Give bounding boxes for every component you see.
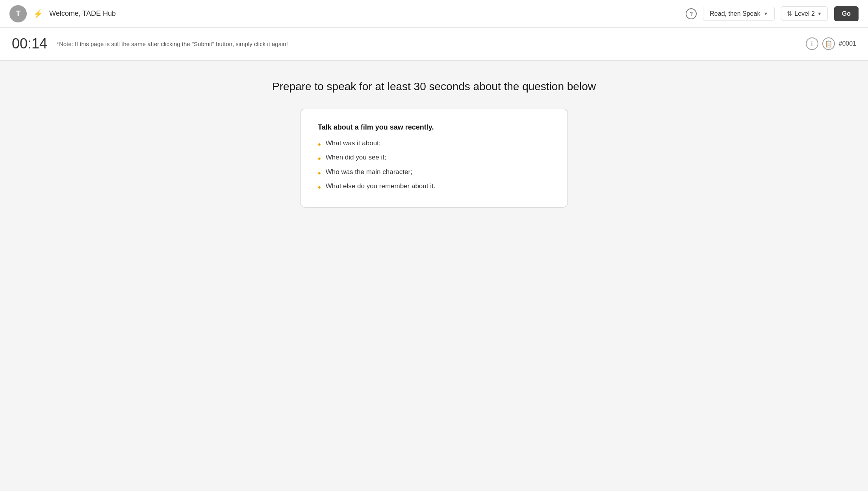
note-text: *Note: If this page is still the same af… bbox=[57, 41, 796, 47]
main-content: Prepare to speak for at least 30 seconds… bbox=[0, 61, 868, 491]
level-label: Level 2 bbox=[794, 10, 815, 17]
chevron-down-icon: ▼ bbox=[817, 11, 822, 17]
mode-label: Read, then Speak bbox=[710, 10, 760, 17]
instruction-text: Prepare to speak for at least 30 seconds… bbox=[272, 80, 596, 93]
welcome-text: Welcome, TADE Hub bbox=[49, 9, 116, 18]
bullet-list: • What was it about; • When did you see … bbox=[318, 139, 550, 193]
bullet-dot-icon: • bbox=[318, 154, 321, 164]
info-icons-group: i 📋 #0001 bbox=[806, 37, 857, 50]
app-header: T ⚡ Welcome, TADE Hub ? Read, then Speak… bbox=[0, 0, 868, 28]
bolt-icon: ⚡ bbox=[33, 9, 43, 19]
bottom-bar: Retry Record Submit bbox=[0, 491, 868, 493]
list-item: • Who was the main character; bbox=[318, 168, 550, 178]
sub-header: 00:14 *Note: If this page is still the s… bbox=[0, 28, 868, 61]
timer-display: 00:14 bbox=[12, 35, 47, 52]
clipboard-icon[interactable]: 📋 bbox=[822, 37, 835, 50]
bullet-text: What was it about; bbox=[326, 139, 381, 147]
mode-selector[interactable]: Read, then Speak ▼ bbox=[703, 7, 775, 21]
bullet-dot-icon: • bbox=[318, 182, 321, 193]
bullet-dot-icon: • bbox=[318, 168, 321, 178]
bullet-dot-icon: • bbox=[318, 139, 321, 150]
bullet-text: What else do you remember about it. bbox=[326, 182, 436, 190]
question-card: Talk about a film you saw recently. • Wh… bbox=[300, 109, 568, 208]
item-number: #0001 bbox=[839, 40, 857, 47]
list-item: • What else do you remember about it. bbox=[318, 182, 550, 193]
sort-icon: ⇅ bbox=[787, 10, 792, 17]
chevron-down-icon: ▼ bbox=[763, 11, 768, 17]
user-avatar: T bbox=[9, 5, 27, 22]
list-item: • What was it about; bbox=[318, 139, 550, 150]
bullet-text: When did you see it; bbox=[326, 154, 386, 161]
bullet-text: Who was the main character; bbox=[326, 168, 412, 176]
level-selector[interactable]: ⇅ Level 2 ▼ bbox=[781, 6, 827, 21]
list-item: • When did you see it; bbox=[318, 154, 550, 164]
info-icon[interactable]: i bbox=[806, 37, 818, 50]
question-title: Talk about a film you saw recently. bbox=[318, 123, 550, 132]
go-button[interactable]: Go bbox=[834, 6, 859, 21]
help-icon[interactable]: ? bbox=[686, 8, 697, 19]
